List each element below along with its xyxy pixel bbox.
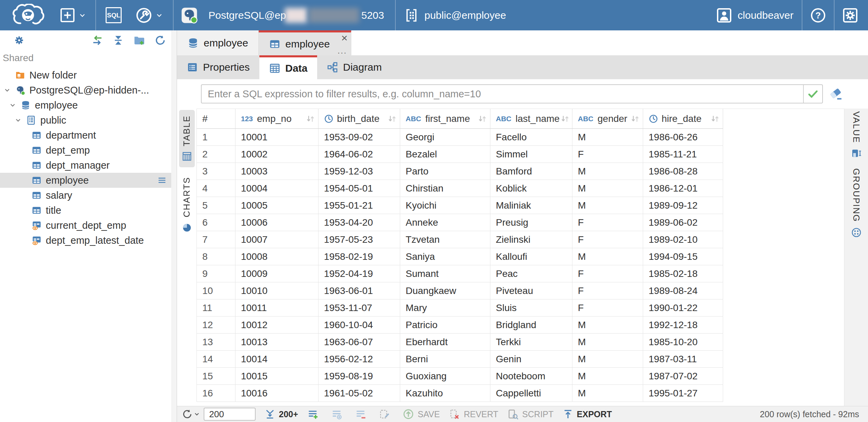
cell[interactable]: 1989-09-12	[643, 197, 723, 214]
connection-selector[interactable]: PostgreSQL@ep 5203	[181, 7, 384, 24]
driver-tools-button[interactable]	[135, 7, 163, 24]
subtab-data[interactable]: Data	[259, 55, 317, 79]
cell[interactable]: 10003	[235, 163, 318, 180]
tab-employee-1[interactable]: employee×...	[259, 30, 351, 55]
table-row[interactable]: 6100061953-04-20AnnekePreusigF1989-06-02	[196, 214, 844, 231]
cell[interactable]: M	[572, 163, 643, 180]
column-header-hire_date[interactable]: hire_date	[643, 109, 723, 129]
column-header-emp_no[interactable]: 123emp_no	[235, 109, 318, 129]
table-row[interactable]: 9100091952-04-19SumantPeacF1985-02-18	[196, 265, 844, 282]
cell[interactable]: 2	[196, 146, 235, 163]
cell[interactable]: 1989-02-10	[643, 231, 723, 248]
table-row[interactable]: 4100041954-05-01ChirstianKoblickM1986-12…	[196, 180, 844, 197]
cell[interactable]: 1953-11-07	[318, 299, 400, 316]
cell[interactable]: 1963-06-07	[318, 334, 400, 351]
refresh-result-icon[interactable]	[181, 408, 193, 420]
cell[interactable]: 1958-02-19	[318, 248, 400, 265]
user-menu[interactable]: cloudbeaver	[716, 7, 794, 24]
tree-item-title[interactable]: title	[0, 203, 171, 218]
cell[interactable]: Patricio	[400, 316, 490, 334]
cell[interactable]: 10011	[235, 299, 318, 316]
cell[interactable]: 1986-06-26	[643, 129, 723, 146]
tree-item-dept_manager[interactable]: dept_manager	[0, 158, 171, 173]
cell[interactable]: 1955-01-21	[318, 197, 400, 214]
sql-filter-input[interactable]	[202, 85, 803, 103]
tree-item-PostgreSQL@ep-hidden-...[interactable]: PostgreSQL@ep-hidden-...	[0, 83, 171, 98]
cell[interactable]: F	[572, 231, 643, 248]
cell[interactable]: 1992-12-18	[643, 316, 723, 334]
chevron-down-icon[interactable]	[3, 86, 15, 94]
help-button[interactable]: ?	[810, 7, 826, 24]
cell[interactable]: 13	[196, 334, 235, 351]
table-row[interactable]: 11100111953-11-07MarySluisF1990-01-22	[196, 299, 844, 316]
cell[interactable]: 10010	[235, 282, 318, 299]
cell[interactable]: 11	[196, 299, 235, 316]
cell[interactable]: 1989-08-24	[643, 282, 723, 299]
subtab-diagram[interactable]: Diagram	[317, 55, 391, 79]
cell[interactable]: 10016	[235, 385, 318, 402]
sort-icon[interactable]	[477, 114, 487, 123]
cell[interactable]: 1954-05-01	[318, 180, 400, 197]
table-row[interactable]: 8100081958-02-19SaniyaKalloufiM1994-09-1…	[196, 248, 844, 265]
cell[interactable]: 1952-04-19	[318, 265, 400, 282]
cell[interactable]: Eberhardt	[400, 334, 490, 351]
table-row[interactable]: 3100031959-12-03PartoBamfordM1986-08-28	[196, 163, 844, 180]
cell[interactable]: F	[572, 146, 643, 163]
cell[interactable]: Bridgland	[490, 316, 572, 334]
cell[interactable]: 15	[196, 368, 235, 385]
tree-item-public[interactable]: public	[0, 113, 171, 128]
sql-editor-button[interactable]: SQL	[106, 7, 122, 23]
table-row[interactable]: 5100051955-01-21KyoichiMaliniakM1989-09-…	[196, 197, 844, 214]
cell[interactable]: Bezalel	[400, 146, 490, 163]
cell[interactable]: 10004	[235, 180, 318, 197]
tree-item-New folder[interactable]: New folder	[0, 68, 171, 83]
cell[interactable]: Cappelletti	[490, 385, 572, 402]
tab-employee-0[interactable]: employee	[177, 30, 259, 55]
save-button[interactable]: SAVE	[403, 408, 440, 420]
table-row[interactable]: 1100011953-09-02GeorgiFacelloM1986-06-26	[196, 129, 844, 146]
cell[interactable]: Piveteau	[490, 282, 572, 299]
tree-item-employee[interactable]: employee	[0, 173, 171, 188]
cell[interactable]: 1961-05-02	[318, 385, 400, 402]
cell[interactable]: 10015	[235, 368, 318, 385]
tree-item-salary[interactable]: salary	[0, 188, 171, 203]
cell[interactable]: 10002	[235, 146, 318, 163]
cell[interactable]: Zielinski	[490, 231, 572, 248]
cell[interactable]: Nooteboom	[490, 368, 572, 385]
cell[interactable]: 1989-06-02	[643, 214, 723, 231]
panel-tab-grouping[interactable]: GROUPING	[844, 168, 868, 238]
cell[interactable]: 1953-09-02	[318, 129, 400, 146]
cell[interactable]: Mary	[400, 299, 490, 316]
sort-icon[interactable]	[710, 114, 720, 123]
cell[interactable]: 1986-08-28	[643, 163, 723, 180]
cell[interactable]: 5	[196, 197, 235, 214]
cell[interactable]: 1994-09-15	[643, 248, 723, 265]
cell[interactable]: M	[572, 334, 643, 351]
table-row[interactable]: 13100131963-06-07EberhardtTerkkiM1985-10…	[196, 334, 844, 351]
column-header-#[interactable]: #	[196, 109, 235, 129]
cell[interactable]: 14	[196, 351, 235, 368]
cell[interactable]: 10	[196, 282, 235, 299]
cell[interactable]: 1953-04-20	[318, 214, 400, 231]
cell[interactable]: F	[572, 265, 643, 282]
subtab-properties[interactable]: Properties	[177, 55, 259, 79]
column-header-birth_date[interactable]: birth_date	[318, 109, 400, 129]
cell[interactable]: 1960-10-04	[318, 316, 400, 334]
cell[interactable]: Kazuhito	[400, 385, 490, 402]
table-row[interactable]: 2100021964-06-02BezalelSimmelF1985-11-21	[196, 146, 844, 163]
cell[interactable]: Facello	[490, 129, 572, 146]
cell[interactable]: M	[572, 351, 643, 368]
cell[interactable]: 1956-02-12	[318, 351, 400, 368]
cell[interactable]: 1959-12-03	[318, 163, 400, 180]
table-row[interactable]: 10100101963-06-01DuangkaewPiveteauF1989-…	[196, 282, 844, 299]
cell[interactable]: Bamford	[490, 163, 572, 180]
cell[interactable]: 1987-03-11	[643, 351, 723, 368]
cell[interactable]: 1985-02-18	[643, 265, 723, 282]
eraser-icon[interactable]	[828, 86, 844, 102]
cell[interactable]: 10001	[235, 129, 318, 146]
cell[interactable]: 10006	[235, 214, 318, 231]
tree-item-dept_emp_latest_date[interactable]: dept_emp_latest_date	[0, 233, 171, 248]
duplicate-row-button[interactable]	[331, 408, 346, 420]
new-folder-icon[interactable]	[133, 34, 145, 46]
row-limit-input[interactable]	[204, 408, 256, 421]
